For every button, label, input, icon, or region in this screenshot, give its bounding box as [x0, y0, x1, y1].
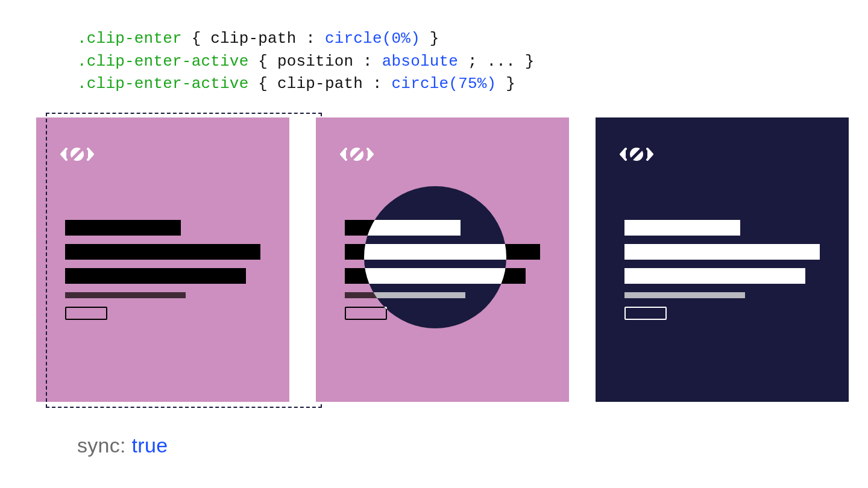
selector: .clip-enter-active	[77, 75, 248, 93]
skeleton-button	[624, 307, 667, 320]
frame-3	[596, 117, 849, 402]
code-line-2: .clip-enter-active { position : absolute…	[77, 51, 535, 74]
skeleton-bar	[624, 268, 805, 284]
selector: .clip-enter	[77, 30, 182, 48]
skeleton-bar	[624, 220, 740, 236]
value: absolute	[382, 52, 458, 70]
skeleton-subbar	[65, 292, 186, 298]
code-line-3: .clip-enter-active { clip-path : circle(…	[77, 73, 535, 96]
skeleton-content	[624, 220, 820, 320]
skeleton-bar	[345, 268, 526, 284]
property: position	[277, 52, 353, 70]
skeleton-bar	[65, 244, 260, 260]
sync-option-line: sync: true	[77, 434, 168, 457]
hidden-icon	[60, 144, 94, 164]
hidden-icon	[620, 144, 653, 164]
value: circle(75%)	[392, 75, 497, 93]
frame-1-base-pink	[36, 117, 289, 402]
sync-label: sync	[77, 434, 120, 457]
skeleton-bar	[624, 244, 820, 260]
skeleton-button	[345, 307, 387, 320]
tail: ; ...	[468, 52, 515, 70]
css-code-block: .clip-enter { clip-path : circle(0%) } .…	[77, 28, 535, 96]
value: circle(0%)	[325, 30, 420, 48]
skeleton-button	[65, 307, 107, 320]
frame-1	[36, 117, 289, 402]
transition-frames-row	[36, 117, 849, 402]
skeleton-subbar	[624, 292, 745, 298]
sync-value: true	[132, 434, 168, 457]
diagram-stage: .clip-enter { clip-path : circle(0%) } .…	[0, 0, 868, 488]
code-line-1: .clip-enter { clip-path : circle(0%) }	[77, 28, 535, 51]
property: clip-path	[277, 75, 363, 93]
skeleton-bar	[65, 268, 246, 284]
selector: .clip-enter-active	[77, 52, 248, 70]
property: clip-path	[210, 30, 296, 48]
frame-2	[316, 117, 569, 402]
skeleton-content	[65, 220, 260, 320]
frame-3-base-dark	[596, 117, 849, 402]
skeleton-bar	[65, 220, 181, 236]
hidden-icon	[340, 144, 374, 164]
